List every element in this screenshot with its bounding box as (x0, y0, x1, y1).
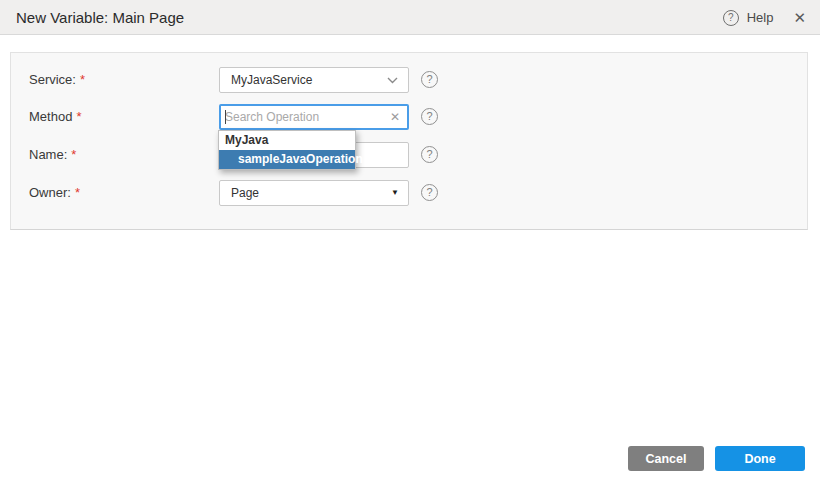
required-asterisk: * (76, 109, 81, 124)
cancel-button[interactable]: Cancel (628, 446, 704, 471)
clear-icon[interactable]: ✕ (390, 110, 400, 124)
required-asterisk: * (75, 185, 80, 200)
owner-label: Owner:* (29, 180, 80, 206)
select-arrow-icon: ▼ (391, 189, 399, 197)
method-search-box: ✕ (219, 104, 409, 130)
owner-select-value: Page (231, 181, 259, 205)
name-row: Name:* ? (11, 142, 807, 168)
method-label: Method* (29, 104, 81, 130)
dropdown-group-header: MyJava (219, 131, 355, 150)
method-row: Method* ✕ ? (11, 104, 807, 130)
owner-help-icon[interactable]: ? (421, 184, 438, 201)
name-help-icon[interactable]: ? (421, 146, 438, 163)
dropdown-option-selected[interactable]: sampleJavaOperation (219, 150, 355, 169)
owner-row: Owner:* Page ▼ ? (11, 180, 807, 206)
owner-select[interactable]: Page ▼ (219, 180, 409, 206)
text-caret (225, 110, 226, 124)
service-help-icon[interactable]: ? (421, 71, 438, 88)
required-asterisk: * (71, 147, 76, 162)
method-dropdown-list: MyJava sampleJavaOperation (218, 130, 356, 170)
help-link[interactable]: Help (747, 10, 774, 25)
name-label: Name:* (29, 142, 76, 168)
chevron-down-icon (387, 77, 398, 84)
help-icon[interactable]: ? (723, 10, 739, 26)
service-dropdown[interactable]: MyJavaService (219, 67, 409, 93)
page-title: New Variable: Main Page (16, 0, 184, 35)
service-label: Service:* (29, 67, 85, 93)
done-button[interactable]: Done (715, 446, 805, 471)
method-help-icon[interactable]: ? (421, 108, 438, 125)
form-panel: Service:* MyJavaService ? Method* ✕ ? Na… (10, 52, 808, 230)
method-search-input[interactable] (221, 106, 407, 128)
service-row: Service:* MyJavaService ? (11, 67, 807, 93)
header-actions: ? Help ✕ (723, 0, 806, 35)
service-dropdown-value: MyJavaService (231, 68, 312, 92)
close-icon[interactable]: ✕ (793, 10, 806, 25)
dialog-header: New Variable: Main Page ? Help ✕ (0, 0, 820, 35)
required-asterisk: * (80, 72, 85, 87)
